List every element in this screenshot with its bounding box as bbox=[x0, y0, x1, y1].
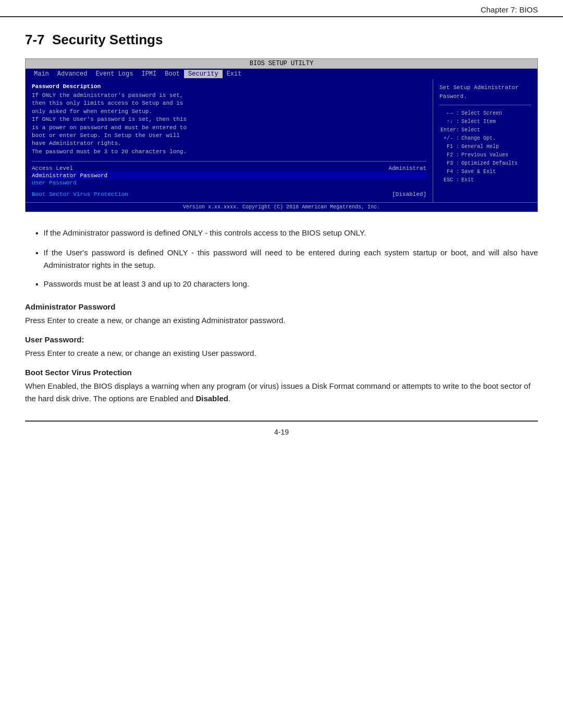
bios-row-access: Access Level Administrat bbox=[32, 165, 426, 172]
bios-key-f1: F1 : General Help bbox=[439, 143, 531, 151]
bios-footer: Version x.xx.xxxx. Copyright (C) 2010 Am… bbox=[26, 202, 537, 212]
bios-key-plusminus: +/- : Change Opt. bbox=[439, 134, 531, 143]
subsection-title-admin: Administrator Password bbox=[25, 302, 538, 311]
menu-main: Main bbox=[30, 70, 53, 78]
menu-exit: Exit bbox=[223, 70, 246, 78]
bios-key-leftright: ←→ : Select Screen bbox=[439, 109, 531, 118]
subsection-user-password: User Password: Press Enter to create a n… bbox=[25, 335, 538, 360]
menu-security: Security bbox=[184, 70, 223, 78]
bullet-list: If the Administrator password is defined… bbox=[25, 227, 538, 291]
bios-titlebar: BIOS SETUP UTILTY bbox=[26, 59, 537, 69]
page-number: 4-19 bbox=[274, 428, 289, 436]
subsection-title-user: User Password: bbox=[25, 335, 538, 344]
bios-desc-title: Password Description bbox=[32, 83, 426, 90]
bios-row-admin-password: Administrator Password bbox=[32, 172, 426, 179]
bios-key-f2: F2 : Previous Values bbox=[439, 151, 531, 159]
subsection-body-user: Press Enter to create a new, or change a… bbox=[25, 347, 538, 360]
menu-eventlogs: Event Logs bbox=[91, 70, 137, 78]
bios-right-panel: Set Setup AdministratorPasword. ←→ : Sel… bbox=[433, 79, 537, 202]
menu-boot: Boot bbox=[161, 70, 184, 78]
subsection-body-boot: When Enabled, the BIOS displays a warnin… bbox=[25, 380, 538, 405]
list-item: If the Administrator password is defined… bbox=[25, 227, 538, 240]
subsection-title-boot: Boot Sector Virus Protection bbox=[25, 368, 538, 377]
page-footer: 4-19 bbox=[25, 421, 538, 436]
bios-left-panel: Password Description If ONLY the adminis… bbox=[26, 79, 433, 202]
subsection-admin-password: Administrator Password Press Enter to cr… bbox=[25, 302, 538, 327]
bios-help-text: Set Setup AdministratorPasword. bbox=[439, 83, 531, 101]
bios-content-area: Password Description If ONLY the adminis… bbox=[26, 79, 537, 202]
bios-key-updown: ↑↓ : Select Item bbox=[439, 118, 531, 126]
bios-row-user-password: User Password bbox=[32, 179, 426, 187]
bios-key-f4: F4 : Save & Exit bbox=[439, 168, 531, 176]
menu-advanced: Advanced bbox=[53, 70, 92, 78]
bios-key-esc: ESC : Exit bbox=[439, 176, 531, 184]
bios-menubar: Main Advanced Event Logs IPMI Boot Secur… bbox=[26, 69, 537, 79]
page-header: Chapter 7: BIOS bbox=[0, 0, 563, 17]
bios-key-f3: F3 : Optimized Defaults bbox=[439, 159, 531, 168]
menu-ipmi: IPMI bbox=[137, 70, 161, 78]
chapter-label: Chapter 7: BIOS bbox=[481, 5, 538, 14]
subsection-boot-sector: Boot Sector Virus Protection When Enable… bbox=[25, 368, 538, 405]
bios-row-boot-sector: Boot Sector Virus Protection [Disabled] bbox=[32, 191, 426, 198]
bios-key-enter: Enter: Select bbox=[439, 126, 531, 134]
list-item: If the User's password is defined ONLY -… bbox=[25, 246, 538, 272]
bios-desc-text: If ONLY the administrator's password is … bbox=[32, 92, 426, 156]
subsection-body-admin: Press Enter to create a new, or change a… bbox=[25, 314, 538, 327]
main-content: 7-7 Security Settings BIOS SETUP UTILTY … bbox=[0, 17, 563, 457]
disabled-option: Disabled bbox=[195, 394, 228, 403]
bios-screenshot: BIOS SETUP UTILTY Main Advanced Event Lo… bbox=[25, 58, 538, 212]
section-title: 7-7 Security Settings bbox=[25, 32, 538, 48]
list-item: Passwords must be at least 3 and up to 2… bbox=[25, 278, 538, 291]
